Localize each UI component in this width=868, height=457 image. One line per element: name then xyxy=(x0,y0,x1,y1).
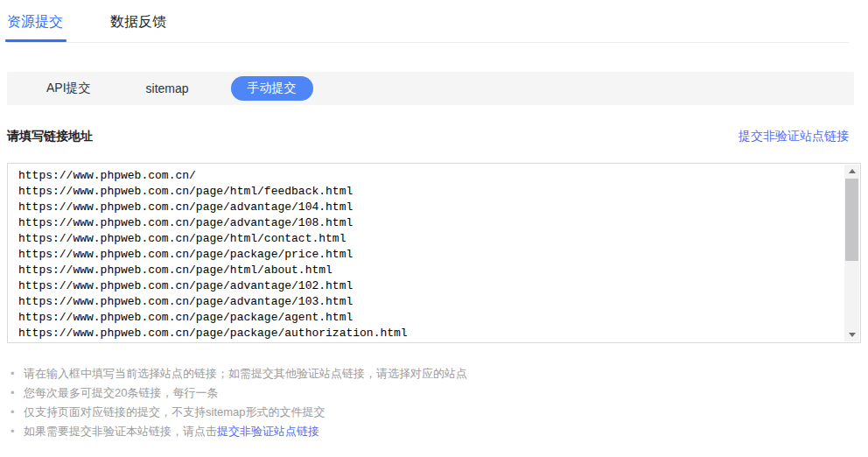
note-text: 您每次最多可提交20条链接，每行一条 xyxy=(24,386,218,399)
note-text: 如果需要提交非验证本站链接，请点击 xyxy=(24,425,217,438)
form-label: 请填写链接地址 xyxy=(7,129,93,144)
tab-resource-submit[interactable]: 资源提交 xyxy=(7,13,63,42)
note-item: 请在输入框中填写当前选择站点的链接；如需提交其他验证站点链接，请选择对应的站点 xyxy=(10,364,467,383)
note-item: 如果需要提交非验证本站链接，请点击提交非验证站点链接 xyxy=(10,422,467,440)
page: 资源提交 数据反馈 API提交 sitemap 手动提交 请填写链接地址 提交非… xyxy=(0,0,868,457)
url-textarea[interactable]: https://www.phpweb.com.cn/ https://www.p… xyxy=(7,163,861,343)
submit-unverified-site-link[interactable]: 提交非验证站点链接 xyxy=(738,129,849,144)
notes-list: 请在输入框中填写当前选择站点的链接；如需提交其他验证站点链接，请选择对应的站点您… xyxy=(10,364,467,441)
note-item: 仅支持页面对应链接的提交，不支持sitemap形式的文件提交 xyxy=(10,403,467,421)
scroll-down-icon[interactable] xyxy=(844,328,859,341)
note-item: 您每次最多可提交20条链接，每行一条 xyxy=(10,383,467,402)
tab-data-feedback-label: 数据反馈 xyxy=(110,14,166,29)
url-lines: https://www.phpweb.com.cn/ https://www.p… xyxy=(18,168,841,342)
note-text: 请在输入框中填写当前选择站点的链接；如需提交其他验证站点链接，请选择对应的站点 xyxy=(24,367,467,380)
method-api-submit[interactable]: API提交 xyxy=(46,81,91,96)
method-sitemap[interactable]: sitemap xyxy=(146,81,189,95)
tab-data-feedback[interactable]: 数据反馈 xyxy=(110,13,166,42)
form-header-row: 请填写链接地址 提交非验证站点链接 xyxy=(7,129,849,144)
tabbar-divider xyxy=(7,42,849,43)
scrollbar[interactable] xyxy=(844,165,859,341)
scrollbar-thumb[interactable] xyxy=(845,179,858,261)
note-text: 仅支持页面对应链接的提交，不支持sitemap形式的文件提交 xyxy=(24,405,326,418)
note-unverified-site-link[interactable]: 提交非验证站点链接 xyxy=(217,425,319,438)
top-tabbar: 资源提交 数据反馈 xyxy=(0,0,868,42)
scroll-up-icon[interactable] xyxy=(844,165,859,178)
submit-method-bar: API提交 sitemap 手动提交 xyxy=(7,72,854,105)
method-manual-submit[interactable]: 手动提交 xyxy=(231,76,313,101)
tab-resource-submit-label: 资源提交 xyxy=(7,14,63,29)
